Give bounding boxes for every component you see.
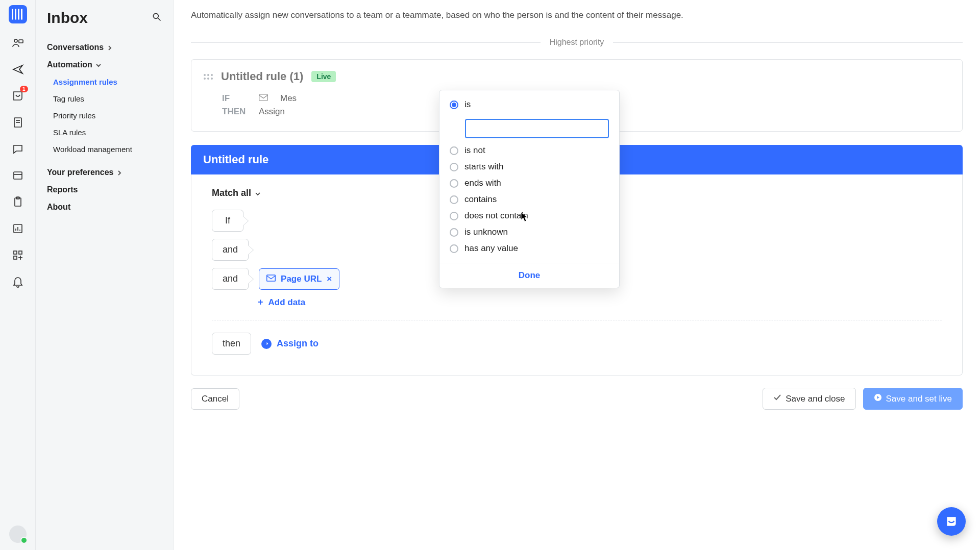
option-not-contain[interactable]: does not contain	[450, 211, 609, 221]
chevron-right-icon	[107, 44, 114, 51]
dashed-divider	[212, 320, 942, 320]
then-keyword: THEN	[222, 107, 247, 117]
option-is-not[interactable]: is not	[450, 145, 609, 156]
inbox-icon[interactable]: 1	[11, 89, 25, 103]
nav-workload[interactable]: Workload management	[36, 141, 173, 158]
assign-arrow-icon	[261, 339, 272, 349]
save-close-button[interactable]: Save and close	[763, 388, 855, 410]
radio-icon	[450, 228, 458, 237]
message-icon[interactable]	[11, 142, 25, 156]
if-keyword: IF	[222, 93, 247, 104]
svg-rect-22	[267, 275, 276, 281]
operator-value-input[interactable]	[465, 119, 609, 138]
radio-icon	[450, 146, 458, 155]
svg-rect-14	[14, 251, 17, 254]
add-data-button[interactable]: + Add data	[258, 297, 305, 308]
then-row: then Assign to	[212, 333, 942, 355]
operator-popover: is is not starts with ends with contains	[439, 90, 620, 288]
svg-rect-21	[259, 94, 268, 101]
nav-your-preferences[interactable]: Your preferences	[36, 164, 173, 181]
option-starts-with[interactable]: starts with	[450, 162, 609, 172]
contacts-icon[interactable]	[11, 36, 25, 50]
footer-bar: Cancel Save and close Save and set live	[191, 380, 963, 417]
option-contains[interactable]: contains	[450, 194, 609, 205]
sidebar: Inbox Conversations Automation Assignmen…	[36, 0, 174, 550]
chart-icon[interactable]	[11, 221, 25, 236]
page-url-chip[interactable]: Page URL ×	[259, 268, 339, 290]
assign-to-button[interactable]: Assign to	[261, 338, 318, 349]
svg-rect-16	[14, 256, 17, 259]
radio-icon	[450, 244, 458, 253]
inbox-badge: 1	[20, 86, 28, 92]
cancel-button[interactable]: Cancel	[191, 388, 239, 410]
caret-down-icon	[255, 189, 260, 198]
radio-icon	[450, 163, 458, 171]
send-icon[interactable]	[11, 62, 25, 77]
option-unknown[interactable]: is unknown	[450, 227, 609, 237]
and-box: and	[212, 239, 249, 261]
check-icon	[773, 393, 781, 404]
radio-icon	[450, 101, 458, 109]
and-box: and	[212, 268, 249, 290]
plus-icon: +	[258, 297, 263, 308]
svg-rect-15	[19, 251, 22, 254]
brand-logo[interactable]	[9, 5, 27, 23]
description-text: Automatically assign new conversations t…	[191, 10, 963, 20]
chip-remove-icon[interactable]: ×	[327, 274, 332, 284]
sidebar-title: Inbox	[47, 9, 152, 27]
user-avatar[interactable]	[9, 526, 27, 543]
nav-about[interactable]: About	[36, 198, 173, 216]
article-icon[interactable]	[11, 115, 25, 130]
nav-conversations[interactable]: Conversations	[36, 39, 173, 56]
done-button[interactable]: Done	[439, 263, 619, 288]
nav-priority-rules[interactable]: Priority rules	[36, 107, 173, 124]
envelope-icon	[259, 93, 268, 104]
help-launcher[interactable]	[937, 507, 966, 536]
drag-handle-icon[interactable]	[204, 74, 213, 80]
radio-icon	[450, 212, 458, 220]
apps-icon[interactable]	[11, 248, 25, 262]
nav-sla-rules[interactable]: SLA rules	[36, 124, 173, 141]
then-summary: Assign	[259, 107, 285, 117]
pages-icon[interactable]	[11, 168, 25, 183]
rule-title: Untitled rule (1)	[221, 70, 303, 83]
status-badge: Live	[311, 71, 336, 82]
main-content: Automatically assign new conversations t…	[174, 0, 980, 550]
if-box: If	[212, 210, 243, 232]
bell-icon[interactable]	[11, 274, 25, 289]
radio-icon	[450, 195, 458, 204]
svg-rect-9	[14, 172, 22, 179]
option-is[interactable]: is	[450, 99, 609, 110]
svg-point-19	[153, 13, 158, 18]
if-summary: Mes	[280, 93, 297, 104]
radio-icon	[450, 179, 458, 188]
option-ends-with[interactable]: ends with	[450, 178, 609, 188]
chevron-right-icon	[116, 169, 124, 176]
svg-line-20	[158, 18, 161, 21]
icon-rail: 1	[0, 0, 36, 550]
nav-assignment-rules[interactable]: Assignment rules	[36, 73, 173, 90]
search-icon[interactable]	[152, 12, 162, 24]
clipboard-icon[interactable]	[11, 195, 25, 209]
chevron-down-icon	[95, 61, 103, 68]
save-live-button[interactable]: Save and set live	[863, 388, 963, 410]
play-icon	[874, 393, 882, 404]
nav-automation[interactable]: Automation	[36, 56, 173, 73]
priority-divider: Highest priority	[191, 38, 963, 47]
then-box: then	[212, 333, 251, 355]
svg-rect-5	[19, 40, 23, 43]
option-any-value[interactable]: has any value	[450, 243, 609, 254]
nav-tag-rules[interactable]: Tag rules	[36, 90, 173, 107]
nav-reports[interactable]: Reports	[36, 181, 173, 198]
envelope-icon	[266, 274, 276, 284]
svg-point-4	[14, 39, 17, 42]
